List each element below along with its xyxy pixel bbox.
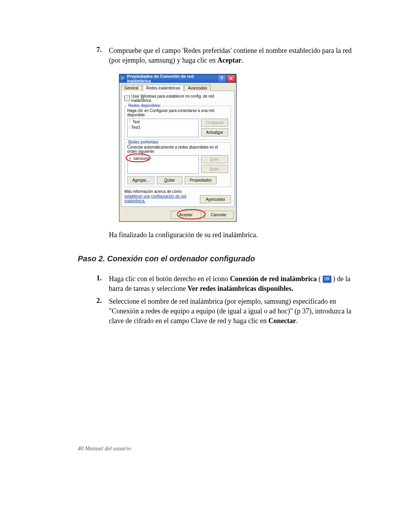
step-2-list: 1. Haga clic con el botón derecho en el …	[96, 274, 358, 326]
dialog-figure: Propiedades de Conexión de red inalámbri…	[119, 74, 358, 222]
remove-button[interactable]: Quitar	[157, 176, 182, 184]
t-bold: Conectar	[268, 317, 296, 325]
list-item-label: Test	[133, 119, 140, 125]
use-windows-label-pre: Usar	[131, 94, 141, 98]
dialog-titlebar[interactable]: Propiedades de Conexión de red inalámbri…	[119, 74, 236, 83]
info-text: Más información acerca de cómo establece…	[124, 189, 197, 203]
btn-label: Cancelar	[211, 213, 226, 217]
tab-wireless[interactable]: Redes inalámbricas	[143, 85, 184, 91]
wireless-tray-icon	[323, 276, 331, 283]
post: igurar	[214, 121, 224, 125]
available-networks-group: Redes disponibles: Haga clic en Configur…	[124, 106, 231, 140]
t-bold: Conexión de red inalámbrica	[230, 275, 317, 283]
t: Seleccione el nombre de red inalámbrica …	[109, 297, 352, 325]
preferred-networks-group: Redes preferidas: Conectar automáticamen…	[124, 142, 231, 187]
use-windows-label: Usar Windows para establecer mi config. …	[131, 94, 231, 103]
step-7-bold: Aceptar	[217, 56, 242, 64]
btn-label: Subir	[210, 157, 219, 161]
antenna-icon: i	[129, 125, 130, 130]
btn-label: Agregar...	[132, 178, 149, 182]
network-icon: ✔	[129, 156, 132, 161]
btn-label: Configurar	[206, 121, 224, 125]
step-7-number: 7.	[96, 46, 109, 54]
preferred-networks-list[interactable]: ✔ samsung	[127, 155, 199, 174]
t: .	[296, 317, 298, 325]
t: Haga clic con el botón derecho en el ico…	[109, 275, 230, 283]
btn-label: Quitar	[164, 178, 175, 182]
use-windows-checkbox-row[interactable]: ✓ Usar Windows para establecer mi config…	[124, 94, 231, 103]
page-content: 7. Compruebe que el campo 'Redes preferi…	[78, 46, 358, 329]
list-item[interactable]: ✔ samsung	[128, 156, 198, 161]
after-dialog-text: Ha finalizado la configuración de su red…	[109, 230, 358, 240]
configure-button[interactable]: Configurar	[201, 119, 228, 127]
close-icon: ✕	[229, 76, 233, 81]
section-heading: Paso 2. Conexión con el ordenador config…	[78, 254, 358, 263]
item-number: 2.	[96, 297, 109, 305]
move-down-button[interactable]: Bajar	[201, 165, 228, 173]
list-item[interactable]: i Test1	[128, 125, 198, 130]
available-networks-desc: Haga clic en Configurar para conectarse …	[127, 108, 228, 117]
step-7: 7. Compruebe que el campo 'Redes preferi…	[96, 46, 358, 65]
add-button[interactable]: Agregar...	[127, 176, 154, 184]
advanced-button[interactable]: Avanzadas	[200, 195, 231, 203]
tab-panel-wireless: ✓ Usar Windows para establecer mi config…	[121, 91, 234, 207]
dialog-tabs: General Redes inalámbricas Avanzadas	[119, 83, 236, 91]
btn-label: Propiedades	[190, 178, 212, 182]
preferred-networks-desc: Conectar automáticamente a redes disponi…	[127, 145, 228, 154]
use-windows-underline: W	[140, 94, 144, 98]
list-item-2: 2. Seleccione el nombre de red inalámbri…	[96, 297, 358, 326]
list-item-label: samsung	[133, 156, 149, 161]
dialog-title-text: Propiedades de Conexión de red inalámbri…	[127, 74, 217, 83]
titlebar-help-button[interactable]: ?	[217, 75, 226, 82]
tab-advanced[interactable]: Avanzadas	[184, 85, 210, 91]
btn-label: Aceptar	[179, 213, 192, 217]
refresh-button[interactable]: Actualizar	[201, 128, 228, 136]
move-up-button[interactable]: Subir	[201, 155, 228, 163]
list-item-1: 1. Haga clic con el botón derecho en el …	[96, 274, 358, 294]
item-number: 1.	[96, 274, 109, 282]
info-pre: Más información acerca de cómo	[124, 189, 182, 194]
cancel-button[interactable]: Cancelar	[203, 211, 234, 219]
wireless-icon	[121, 76, 126, 81]
pre: Con	[206, 121, 213, 125]
available-networks-legend: Redes disponibles:	[127, 103, 163, 108]
antenna-icon: ᛉ	[129, 119, 131, 125]
help-icon: ?	[220, 76, 223, 81]
item-body: Seleccione el nombre de red inalámbrica …	[109, 297, 358, 326]
item-body: Haga clic con el botón derecho en el ico…	[109, 274, 358, 294]
dialog-footer: Aceptar Cancelar	[119, 208, 236, 221]
list-item[interactable]: ᛉ Test	[128, 119, 198, 125]
btn-label: Avanzadas	[206, 197, 225, 201]
preferred-networks-legend: Redes preferidas:	[127, 140, 160, 144]
tab-general[interactable]: General	[121, 85, 142, 91]
step-7-after: .	[242, 56, 243, 64]
info-link[interactable]: establecer una	[124, 194, 150, 198]
list-item-label: Test1	[131, 125, 140, 130]
info-row: Más información acerca de cómo establece…	[124, 189, 231, 203]
btn-label: Actualizar	[206, 130, 223, 135]
checkbox-icon: ✓	[124, 96, 130, 101]
t-bold: Ver redes inalámbricas disponibles.	[187, 285, 293, 292]
properties-button[interactable]: Propiedades	[185, 176, 217, 184]
btn-label: Bajar	[210, 167, 219, 171]
dialog-title: Propiedades de Conexión de red inalámbri…	[121, 74, 217, 83]
available-networks-list[interactable]: ᛉ Test i Test1	[127, 119, 199, 137]
ok-button[interactable]: Aceptar	[171, 211, 201, 219]
step-7-text: Compruebe que el campo 'Redes preferidas…	[109, 46, 358, 65]
t: (	[317, 275, 323, 283]
page-footer: 40 Manual del usuario	[78, 445, 131, 452]
titlebar-close-button[interactable]: ✕	[227, 75, 235, 82]
wireless-properties-dialog: Propiedades de Conexión de red inalámbri…	[119, 74, 236, 222]
